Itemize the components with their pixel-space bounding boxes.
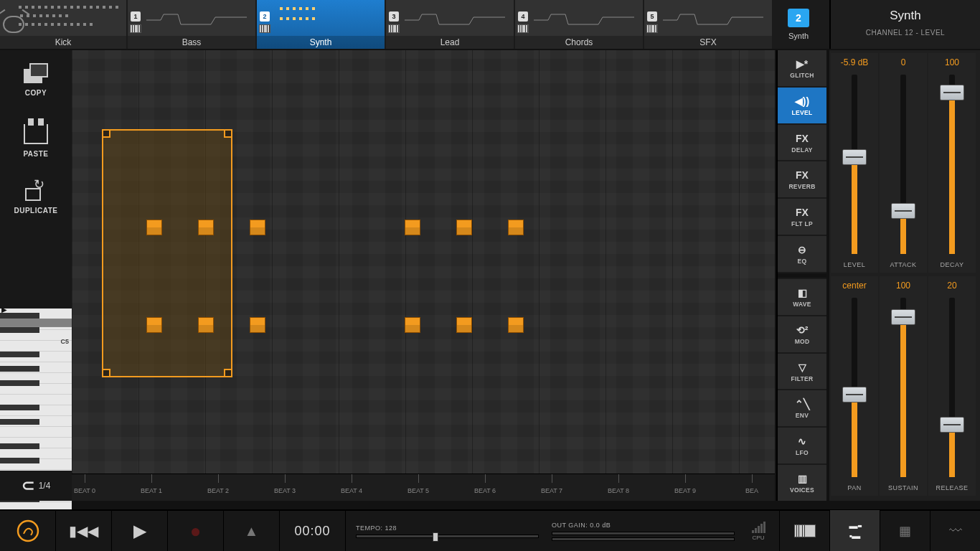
note[interactable] (250, 317, 265, 333)
slider-track[interactable] (852, 298, 857, 477)
beat-ruler[interactable]: BEAT 0BEAT 1BEAT 2BEAT 3BEAT 4BEAT 5BEAT… (72, 474, 775, 501)
slider-name: PAN (847, 480, 861, 496)
keyboard-icon (130, 24, 141, 33)
slider-track[interactable] (949, 298, 955, 477)
glitch-icon: ▶* (796, 57, 808, 70)
slider-knob[interactable] (842, 149, 867, 165)
keyboard-icon (517, 24, 529, 33)
slider-knob[interactable] (940, 85, 964, 100)
fx-level-button[interactable]: ◀))LEVEL (778, 88, 826, 123)
note[interactable] (146, 317, 162, 333)
slider-attack[interactable]: 0ATTACK (880, 53, 927, 273)
track-sfx[interactable]: 5SFX (644, 0, 772, 49)
note[interactable] (456, 220, 472, 235)
view-keyboard-button[interactable] (779, 510, 829, 551)
selected-track-badge[interactable]: 2Synth (773, 0, 824, 49)
slider-value: 100 (896, 276, 910, 295)
note[interactable] (146, 220, 162, 235)
view-marker[interactable] (0, 319, 72, 327)
tempo-label: TEMPO: 128 (356, 524, 539, 532)
track-lead[interactable]: 3Lead (386, 0, 514, 49)
play-icon: ▶ (133, 521, 146, 541)
slider-knob[interactable] (842, 387, 867, 402)
note[interactable] (456, 317, 472, 333)
slider-level[interactable]: -5.9 dBLEVEL (831, 53, 878, 273)
metronome-button[interactable]: ▲ (224, 510, 280, 551)
slider-decay[interactable]: 100DECAY (928, 53, 976, 273)
note[interactable] (198, 317, 214, 333)
piano-roll[interactable] (72, 50, 775, 474)
track-preview (663, 4, 768, 33)
gain-meter[interactable]: OUT GAIN: 0.0 dB (552, 522, 735, 541)
view-pads-button[interactable]: ▦ (880, 510, 930, 551)
fx-fltlp-button[interactable]: FXFLT LP (778, 199, 826, 235)
note[interactable] (508, 317, 524, 333)
rewind-button[interactable]: ▮◀◀ (56, 510, 112, 551)
selection-handle-br[interactable] (224, 369, 232, 377)
snap-value: 1/4 (39, 481, 51, 491)
copy-button[interactable]: COPY (0, 50, 72, 109)
selection-box[interactable] (102, 129, 232, 377)
track-bass[interactable]: 1Bass (128, 0, 255, 49)
slider-pan[interactable]: centerPAN (831, 276, 878, 496)
tempo-meter[interactable]: TEMPO: 128 (356, 524, 539, 538)
cpu-label: CPU (748, 534, 769, 541)
note[interactable] (405, 220, 420, 235)
app-logo[interactable] (0, 510, 56, 551)
track-name: SFX (644, 36, 772, 49)
fx-voices-button[interactable]: ▥VOICES (778, 465, 826, 501)
track-name: Kick (0, 36, 126, 49)
level-icon: ◀)) (795, 95, 809, 108)
fx-label: GLITCH (790, 72, 814, 79)
env-icon: ⌃╲ (795, 397, 809, 410)
slider-track[interactable] (852, 75, 857, 254)
reverb-icon: FX (796, 169, 809, 182)
selection-handle-tr[interactable] (224, 129, 232, 138)
fx-glitch-button[interactable]: ▶*GLITCH (778, 50, 826, 86)
slider-fill (852, 156, 857, 255)
keyboard-icon (259, 24, 270, 33)
channel-title: Synth (831, 9, 980, 23)
fx-mod-button[interactable]: ⟲²MOD (778, 316, 826, 352)
duplicate-button[interactable]: DUPLICATE (0, 168, 72, 227)
slider-sustain[interactable]: 100SUSTAIN (880, 276, 927, 496)
fx-delay-button[interactable]: FXDELAY (778, 125, 826, 161)
slider-release[interactable]: 20RELEASE (928, 276, 976, 496)
track-synth[interactable]: 2Synth (257, 0, 385, 49)
fx-label: LEVEL (792, 109, 813, 116)
record-button[interactable]: ● (168, 510, 224, 551)
fx-env-button[interactable]: ⌃╲ENV (778, 390, 826, 426)
tempo-handle[interactable] (433, 532, 438, 542)
note[interactable] (405, 317, 420, 333)
duplicate-label: DUPLICATE (14, 207, 58, 215)
timecode[interactable]: 00:00 (280, 510, 346, 551)
slider-track[interactable] (900, 298, 906, 477)
slider-knob[interactable] (891, 203, 915, 219)
fx-wave-button[interactable]: ◧WAVE (778, 279, 826, 315)
play-button[interactable]: ▶ (112, 510, 168, 551)
selection-handle-tl[interactable] (102, 129, 110, 138)
meters: TEMPO: 128 OUT GAIN: 0.0 dB CPU (346, 522, 779, 541)
fx-lfo-button[interactable]: ∿LFO (778, 428, 826, 463)
channel-subtitle: CHANNEL 12 - LEVEL (831, 29, 980, 37)
slider-value: 20 (947, 276, 956, 295)
track-chords[interactable]: 4Chords (515, 0, 643, 49)
slider-track[interactable] (949, 75, 955, 254)
fx-filter-button[interactable]: ▽FILTER (778, 354, 826, 390)
fx-label: DELAY (791, 146, 813, 154)
selection-handle-bl[interactable] (102, 369, 110, 377)
paste-button[interactable]: PASTE (0, 109, 72, 168)
fx-reverb-button[interactable]: FXREVERB (778, 161, 826, 197)
slider-knob[interactable] (891, 309, 915, 325)
badge-number: 2 (788, 9, 809, 27)
slider-track[interactable] (900, 75, 906, 254)
fx-eq-button[interactable]: ⊖EQ (778, 236, 826, 272)
track-kick[interactable]: Kick (0, 0, 126, 49)
note[interactable] (198, 220, 214, 235)
note[interactable] (508, 220, 524, 235)
view-pianoroll-button[interactable]: ▬ ▪▪▪ ▬ (829, 510, 880, 551)
snap-control[interactable]: ⊂ 1/4 (0, 471, 72, 501)
view-automation-button[interactable]: 〰 (930, 510, 980, 551)
slider-knob[interactable] (940, 417, 964, 433)
note[interactable] (250, 220, 265, 235)
